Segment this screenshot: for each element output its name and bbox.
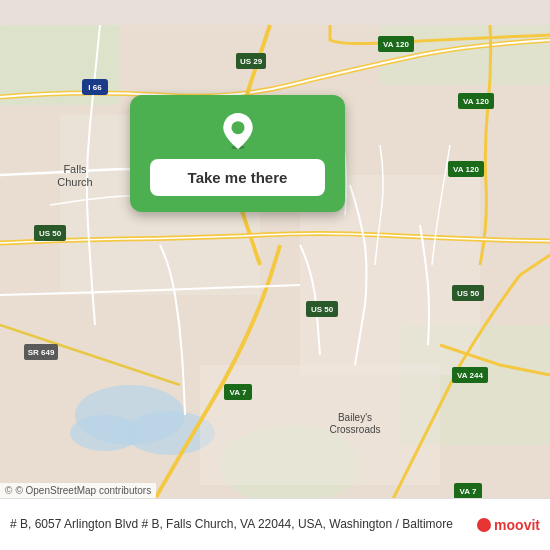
svg-point-40 — [231, 121, 244, 134]
location-pin-icon — [220, 113, 256, 149]
location-card: Take me there — [130, 95, 345, 212]
svg-rect-5 — [380, 25, 550, 85]
svg-text:VA 120: VA 120 — [463, 97, 489, 106]
address-text: # B, 6057 Arlington Blvd # B, Falls Chur… — [10, 516, 469, 533]
svg-point-3 — [70, 415, 140, 451]
moovit-logo-dot — [477, 518, 491, 532]
svg-text:I 66: I 66 — [88, 83, 102, 92]
svg-text:VA 7: VA 7 — [230, 388, 247, 397]
moovit-logo-text: moovit — [494, 517, 540, 533]
svg-text:US 29: US 29 — [240, 57, 263, 66]
svg-text:VA 120: VA 120 — [383, 40, 409, 49]
svg-text:VA 244: VA 244 — [457, 371, 483, 380]
svg-text:Crossroads: Crossroads — [329, 424, 380, 435]
copyright-bar: © © OpenStreetMap contributors — [0, 483, 156, 498]
svg-text:VA 120: VA 120 — [453, 165, 479, 174]
svg-text:US 50: US 50 — [457, 289, 480, 298]
svg-text:Falls: Falls — [63, 163, 87, 175]
copyright-text: © OpenStreetMap contributors — [15, 485, 151, 496]
svg-text:Bailey's: Bailey's — [338, 412, 372, 423]
svg-text:US 50: US 50 — [311, 305, 334, 314]
svg-text:Church: Church — [57, 176, 92, 188]
svg-text:SR 649: SR 649 — [28, 348, 55, 357]
moovit-logo: moovit — [477, 517, 540, 533]
copyright-icon: © — [5, 485, 12, 496]
svg-rect-10 — [200, 365, 440, 485]
svg-text:VA 7: VA 7 — [460, 487, 477, 496]
map-container: I 66 US 29 VA 120 VA 120 VA 120 US 50 US… — [0, 0, 550, 550]
svg-text:US 50: US 50 — [39, 229, 62, 238]
map-background: I 66 US 29 VA 120 VA 120 VA 120 US 50 US… — [0, 0, 550, 550]
info-bar: # B, 6057 Arlington Blvd # B, Falls Chur… — [0, 498, 550, 550]
take-me-there-button[interactable]: Take me there — [150, 159, 325, 196]
